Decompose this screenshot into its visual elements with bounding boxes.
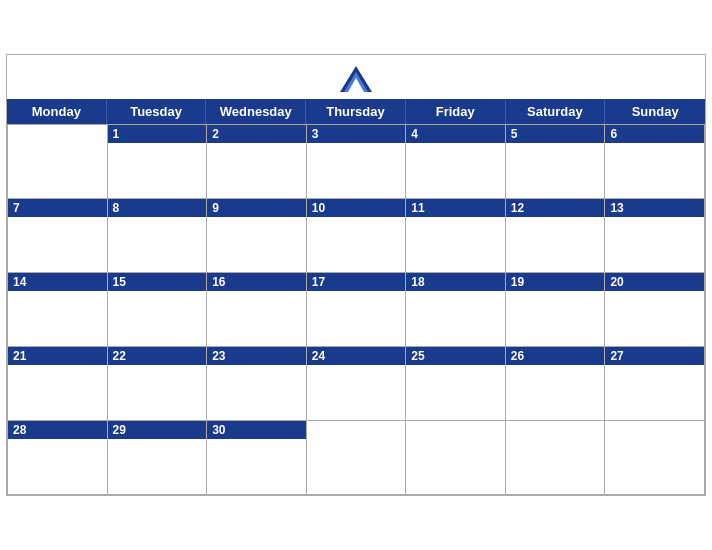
day-cell-inner xyxy=(506,425,605,480)
day-cell-inner xyxy=(406,425,505,480)
day-cell: 3 xyxy=(307,124,407,198)
day-number: 1 xyxy=(108,125,207,143)
day-cell-inner xyxy=(406,217,505,272)
day-cell-inner xyxy=(406,143,505,198)
calendar: Monday Tuesday Wednesday Thursday Friday… xyxy=(6,54,706,496)
day-cell-inner xyxy=(207,439,306,494)
day-cell-inner xyxy=(207,365,306,420)
day-cell: 8 xyxy=(108,198,208,272)
day-cell: 12 xyxy=(506,198,606,272)
day-cell xyxy=(506,420,606,494)
day-cell: 6 xyxy=(605,124,705,198)
day-cell-inner xyxy=(8,291,107,346)
day-cell xyxy=(406,420,506,494)
day-number: 7 xyxy=(8,199,107,217)
day-cell: 22 xyxy=(108,346,208,420)
day-cell: 19 xyxy=(506,272,606,346)
day-cell-inner xyxy=(8,129,107,184)
day-cell-inner xyxy=(108,143,207,198)
day-cell: 11 xyxy=(406,198,506,272)
day-number: 12 xyxy=(506,199,605,217)
day-cell: 23 xyxy=(207,346,307,420)
day-header-tuesday: Tuesday xyxy=(107,99,207,124)
day-cell: 29 xyxy=(108,420,208,494)
day-cell-inner xyxy=(307,143,406,198)
day-cell: 25 xyxy=(406,346,506,420)
day-number: 20 xyxy=(605,273,704,291)
day-cell-inner xyxy=(207,217,306,272)
day-cell: 24 xyxy=(307,346,407,420)
day-cell-inner xyxy=(506,217,605,272)
day-header-saturday: Saturday xyxy=(506,99,606,124)
day-number: 22 xyxy=(108,347,207,365)
day-cell: 4 xyxy=(406,124,506,198)
day-cell-inner xyxy=(406,291,505,346)
day-cell-inner xyxy=(108,439,207,494)
day-cell: 9 xyxy=(207,198,307,272)
day-number: 28 xyxy=(8,421,107,439)
day-cell-inner xyxy=(605,217,704,272)
day-number: 19 xyxy=(506,273,605,291)
day-cell: 17 xyxy=(307,272,407,346)
day-cell xyxy=(8,124,108,198)
calendar-header xyxy=(7,55,705,99)
day-cell-inner xyxy=(108,365,207,420)
day-number: 30 xyxy=(207,421,306,439)
day-cell-inner xyxy=(307,365,406,420)
day-number: 3 xyxy=(307,125,406,143)
day-cell-inner xyxy=(8,365,107,420)
day-number: 26 xyxy=(506,347,605,365)
logo-icon xyxy=(338,65,374,93)
day-cell: 10 xyxy=(307,198,407,272)
day-number: 5 xyxy=(506,125,605,143)
day-cell: 7 xyxy=(8,198,108,272)
day-cell: 27 xyxy=(605,346,705,420)
day-cell: 5 xyxy=(506,124,606,198)
day-cell: 20 xyxy=(605,272,705,346)
logo xyxy=(338,65,374,93)
day-cell-inner xyxy=(605,291,704,346)
day-cell-inner xyxy=(207,291,306,346)
day-number: 2 xyxy=(207,125,306,143)
day-cell-inner xyxy=(108,291,207,346)
day-number: 10 xyxy=(307,199,406,217)
day-number: 15 xyxy=(108,273,207,291)
day-cell: 1 xyxy=(108,124,208,198)
day-cell-inner xyxy=(8,217,107,272)
day-number: 24 xyxy=(307,347,406,365)
day-cell-inner xyxy=(406,365,505,420)
day-cell-inner xyxy=(506,143,605,198)
day-cell xyxy=(605,420,705,494)
day-cell: 26 xyxy=(506,346,606,420)
day-number: 9 xyxy=(207,199,306,217)
day-cell: 2 xyxy=(207,124,307,198)
day-cell-inner xyxy=(506,291,605,346)
day-number: 23 xyxy=(207,347,306,365)
day-cell: 14 xyxy=(8,272,108,346)
day-cell: 18 xyxy=(406,272,506,346)
day-header-sunday: Sunday xyxy=(605,99,705,124)
day-cell-inner xyxy=(108,217,207,272)
day-cell-inner xyxy=(307,217,406,272)
day-number: 18 xyxy=(406,273,505,291)
day-number: 16 xyxy=(207,273,306,291)
day-cell: 28 xyxy=(8,420,108,494)
day-headers: Monday Tuesday Wednesday Thursday Friday… xyxy=(7,99,705,124)
day-cell-inner xyxy=(605,365,704,420)
day-header-friday: Friday xyxy=(406,99,506,124)
day-cell-inner xyxy=(605,425,704,480)
day-cell: 21 xyxy=(8,346,108,420)
day-header-wednesday: Wednesday xyxy=(206,99,306,124)
day-cell-inner xyxy=(506,365,605,420)
day-cell: 15 xyxy=(108,272,208,346)
calendar-grid: 1234567891011121314151617181920212223242… xyxy=(7,124,705,495)
day-cell: 13 xyxy=(605,198,705,272)
day-number: 11 xyxy=(406,199,505,217)
day-cell-inner xyxy=(307,425,406,480)
day-number: 14 xyxy=(8,273,107,291)
day-cell: 30 xyxy=(207,420,307,494)
day-number: 4 xyxy=(406,125,505,143)
day-cell xyxy=(307,420,407,494)
day-number: 29 xyxy=(108,421,207,439)
day-cell-inner xyxy=(207,143,306,198)
